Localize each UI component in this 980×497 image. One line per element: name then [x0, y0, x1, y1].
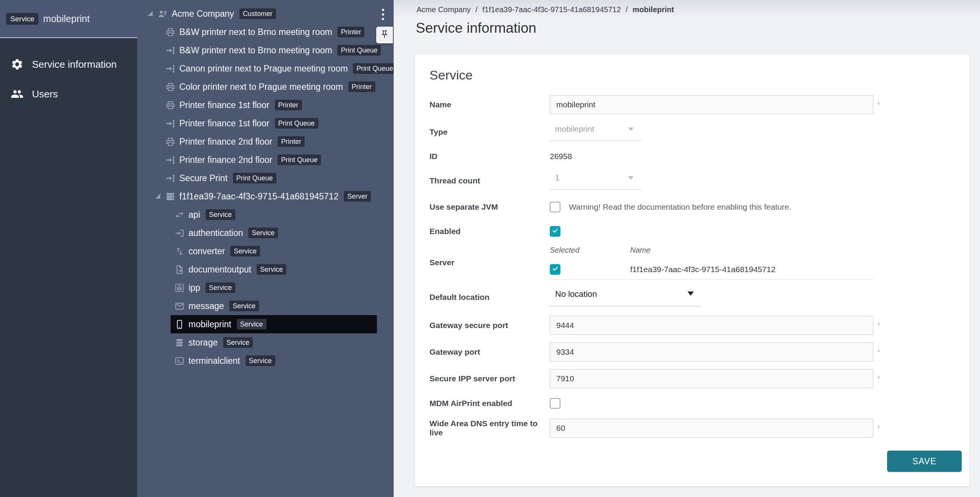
name-input[interactable] — [550, 95, 873, 114]
node-type-badge: Service — [223, 337, 253, 348]
tree-node-print-queue[interactable]: Printer finance 1st floor Print Queue — [137, 114, 394, 132]
node-type-badge: Printer — [278, 136, 305, 147]
field-label: Secure IPP server port — [429, 374, 550, 383]
users-icon — [11, 88, 24, 100]
breadcrumb-separator: / — [476, 5, 478, 14]
tree-node-server[interactable]: f1f1ea39-7aac-4f3c-9715-41a681945712 Ser… — [137, 187, 394, 205]
tree-node-service-api[interactable]: api Service — [137, 205, 394, 224]
entity-tree-panel: Acme Company Customer B&W printer next t… — [137, 0, 394, 497]
node-type-badge: Printer — [337, 27, 364, 37]
printer-icon — [165, 137, 176, 147]
default-location-select[interactable]: No location — [550, 288, 701, 306]
node-type-badge: Service — [237, 319, 267, 330]
pin-icon — [380, 30, 389, 40]
required-marker: * — [877, 321, 880, 330]
form-row-gateway-port: Gateway port * — [429, 339, 969, 365]
login-arrow-icon — [174, 228, 185, 238]
field-label: ID — [429, 152, 550, 161]
customer-icon — [158, 9, 168, 19]
tree-node-printer[interactable]: Printer finance 1st floor Printer — [137, 96, 394, 114]
tree-node-printer[interactable]: Printer finance 2nd floor Printer — [137, 132, 394, 151]
server-name: f1f1ea39-7aac-4f3c-9715-41a681945712 — [630, 265, 776, 274]
form-row-type: Type mobileprint — [429, 119, 969, 145]
node-type-badge: Service — [206, 282, 235, 293]
tree-node-print-queue[interactable]: Secure Print Print Queue — [137, 169, 394, 187]
print-queue-icon — [165, 64, 176, 74]
form-row-name: Name * — [429, 91, 969, 119]
node-type-badge: Printer — [275, 100, 302, 110]
save-button[interactable]: SAVE — [887, 451, 962, 472]
node-type-badge: Print Queue — [353, 63, 396, 74]
sidebar-item-users[interactable]: Users — [0, 79, 137, 109]
tree-node-service-documentoutput[interactable]: documentoutput Service — [137, 260, 394, 279]
print-queue-icon — [165, 118, 176, 129]
field-label: MDM AirPrint enabled — [429, 399, 550, 408]
field-label: Server — [429, 258, 550, 267]
required-marker: * — [877, 100, 880, 109]
gateway-port-input[interactable] — [550, 342, 873, 362]
print-queue-icon — [165, 173, 176, 183]
swap-arrows-icon — [174, 210, 185, 220]
node-type-badge: Service — [230, 246, 260, 256]
tree-node-print-queue[interactable]: Printer finance 2nd floor Print Queue — [137, 151, 394, 169]
settings-gear-icon — [11, 58, 24, 71]
chevron-down-icon — [628, 176, 634, 180]
enabled-checkbox[interactable] — [550, 226, 560, 237]
main-content: Acme Company / f1f1ea39-7aac-4f3c-9715-4… — [394, 0, 980, 497]
checkmark-icon — [552, 227, 559, 236]
tree-node-service-authentication[interactable]: authentication Service — [137, 224, 394, 242]
mdm-airprint-checkbox[interactable] — [550, 398, 560, 409]
gateway-secure-port-input[interactable] — [550, 316, 873, 335]
pin-panel-button[interactable] — [376, 27, 393, 43]
tree-node-customer[interactable]: Acme Company Customer — [137, 5, 394, 23]
form-row-default-location: Default location No location — [429, 282, 969, 312]
tree-node-printer[interactable]: Color printer next to Prague meeting roo… — [137, 78, 394, 96]
field-label: Type — [429, 127, 550, 137]
collapse-toggle-icon[interactable] — [154, 192, 163, 201]
terminal-icon — [174, 356, 185, 366]
form-row-dns-ttl: Wide Area DNS entry time to live * — [429, 415, 969, 441]
tree-node-service-ipp[interactable]: ipp Service — [137, 279, 394, 297]
app-sidebar: Service mobileprint Service information … — [0, 0, 137, 497]
tree-node-printer[interactable]: B&W printer next to Brno meeting room Pr… — [137, 23, 394, 41]
jvm-warning-text: Warning! Read the documentation before e… — [569, 202, 791, 212]
tree-node-service-terminalclient[interactable]: terminalclient Service — [137, 352, 394, 370]
required-marker: * — [877, 374, 880, 383]
dns-ttl-input[interactable] — [550, 419, 873, 438]
type-select: mobileprint — [550, 124, 641, 141]
breadcrumb-server-link[interactable]: f1f1ea39-7aac-4f3c-9715-41a681945712 — [482, 5, 621, 14]
node-type-badge: Print Queue — [233, 173, 276, 183]
tree-node-service-message[interactable]: message Service — [137, 297, 394, 315]
collapse-toggle-icon[interactable] — [146, 9, 155, 18]
thread-count-select: 1 — [550, 172, 641, 190]
document-output-icon — [174, 264, 185, 275]
form-row-id: ID 26958 — [429, 145, 969, 167]
printer-icon — [165, 27, 176, 37]
printer-icon — [165, 82, 176, 92]
node-type-badge: Service — [248, 228, 278, 238]
node-type-badge: Print Queue — [278, 155, 321, 165]
tree-node-service-mobileprint[interactable]: mobileprint Service — [137, 315, 394, 333]
required-marker: * — [877, 348, 880, 357]
field-label: Default location — [429, 293, 550, 302]
tree-node-print-queue[interactable]: B&W printer next to Brno meeting room Pr… — [137, 41, 394, 59]
tree-node-service-converter[interactable]: converter Service — [137, 242, 394, 260]
server-selected-checkbox[interactable] — [550, 264, 560, 275]
tree-kebab-menu-icon[interactable] — [378, 7, 388, 22]
separate-jvm-checkbox[interactable] — [550, 202, 560, 212]
form-row-secure-ipp-port: Secure IPP server port * — [429, 365, 969, 392]
smartphone-icon — [174, 319, 185, 330]
breadcrumb-current: mobileprint — [632, 5, 674, 14]
secure-ipp-port-input[interactable] — [550, 369, 873, 388]
sidebar-item-service-information[interactable]: Service information — [0, 49, 137, 79]
required-marker: * — [877, 424, 880, 433]
field-label: Gateway port — [429, 347, 550, 357]
form-row-thread-count: Thread count 1 — [429, 167, 969, 194]
tree-node-service-storage[interactable]: storage Service — [137, 333, 394, 352]
node-type-badge: Printer — [348, 81, 375, 92]
tree-node-print-queue[interactable]: Canon printer next to Prague meeting roo… — [137, 59, 394, 78]
sidebar-menu: Service information Users — [0, 38, 137, 109]
form-row-mdm-airprint: MDM AirPrint enabled — [429, 392, 969, 415]
breadcrumb-customer-link[interactable]: Acme Company — [417, 5, 471, 14]
sidebar-item-label: Users — [32, 88, 58, 100]
